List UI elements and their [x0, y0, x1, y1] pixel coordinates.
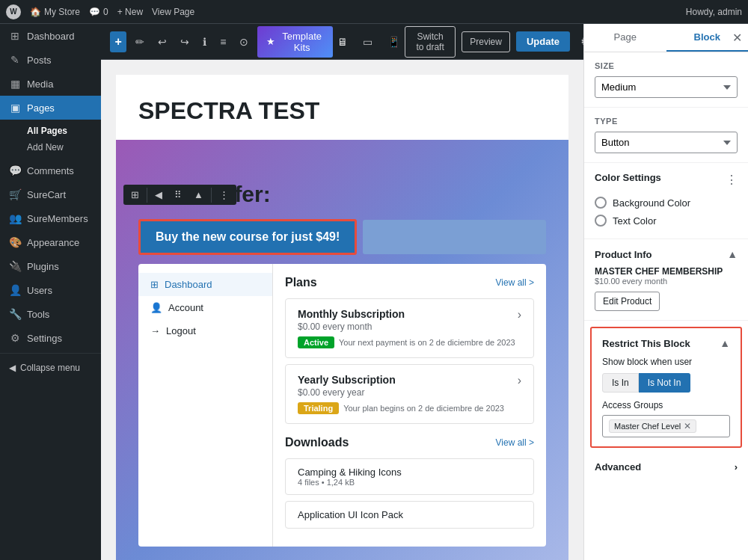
sidebar-item-suremembers[interactable]: 👥 SureMembers	[0, 206, 101, 230]
view-page-link[interactable]: View Page	[152, 7, 194, 17]
restrict-block-section: Restrict This Block ▲ Show block when us…	[590, 327, 742, 448]
sidebar-item-plugins[interactable]: 🔌 Plugins	[0, 254, 101, 278]
dashboard-nav-icon: ⊞	[150, 279, 159, 290]
sidebar-item-posts[interactable]: ✎ Posts	[0, 48, 101, 72]
sidebar-item-users[interactable]: 👤 Users	[0, 278, 101, 302]
dashboard-nav-logout[interactable]: → Logout	[138, 319, 272, 342]
admin-bar-right: Howdy, admin	[686, 7, 742, 17]
sidebar-item-settings[interactable]: ⚙ Settings	[0, 326, 101, 350]
add-new-page-link[interactable]: Add New	[18, 139, 101, 156]
howdy-text: Howdy, admin	[686, 7, 742, 17]
redo-btn[interactable]: ↪	[176, 33, 194, 51]
desktop-view-btn[interactable]: 🖥	[333, 33, 352, 51]
download-item-2: Application UI Icon Pack ›	[285, 501, 534, 529]
update-btn[interactable]: Update	[516, 31, 570, 52]
info-btn[interactable]: ℹ	[198, 33, 211, 51]
comments-icon: 💬	[9, 164, 21, 176]
restrict-block-toggle-btn[interactable]: ▲	[720, 337, 730, 349]
restrict-block-header: Restrict This Block ▲	[602, 337, 730, 349]
appearance-icon: 🎨	[9, 236, 21, 248]
tablet-view-btn[interactable]: ▭	[358, 33, 377, 51]
canvas: SPECTRA TEST ⊞ ◀ ⠿ ▲ ⋮	[101, 60, 583, 560]
plan-details-yearly: Yearly Subscription $0.00 every year Tri…	[298, 374, 504, 414]
sidebar-item-surecart[interactable]: 🛒 SureCart	[0, 182, 101, 206]
gear-settings-btn[interactable]: ⚙	[576, 31, 583, 52]
downloads-header: Downloads View all >	[285, 436, 534, 449]
toggle-btns: Is In Is Not In	[602, 373, 730, 393]
color-settings-title: Color Settings	[595, 172, 661, 183]
download-arrow-1[interactable]: ›	[518, 471, 521, 482]
color-settings-more-btn[interactable]: ⋮	[726, 173, 738, 187]
block-move-up-btn[interactable]: ▲	[189, 186, 208, 203]
add-new-btn[interactable]: + New	[117, 7, 143, 17]
preview-btn[interactable]: Preview	[462, 31, 510, 52]
dashboard-icon: ⊞	[9, 30, 21, 42]
text-color-label: Text Color	[613, 215, 657, 227]
tag-input[interactable]: Master Chef Level ✕	[602, 415, 730, 437]
right-panel-tabs: Page Block ✕	[584, 24, 748, 52]
edit-product-btn[interactable]: Edit Product	[595, 292, 660, 311]
block-move-left-btn[interactable]: ◀	[150, 186, 167, 203]
downloads-view-all[interactable]: View all >	[496, 437, 534, 448]
dashboard-nav-dashboard[interactable]: ⊞ Dashboard	[138, 273, 272, 296]
plan-arrow-yearly[interactable]: ›	[518, 374, 521, 387]
pencil-btn[interactable]: ✏	[131, 33, 149, 51]
bg-color-radio[interactable]	[595, 197, 607, 209]
panel-close-btn[interactable]: ✕	[732, 32, 742, 44]
comment-count[interactable]: 💬 0	[89, 7, 108, 17]
download-meta-1: 4 files • 1,24 kB	[298, 478, 402, 487]
block-more-btn[interactable]: ⋮	[215, 186, 233, 203]
color-settings-section: Color Settings ⋮ Background Color Text C…	[584, 163, 748, 239]
plans-header: Plans View all >	[285, 276, 534, 289]
add-block-btn[interactable]: +	[110, 31, 126, 52]
tab-page[interactable]: Page	[584, 24, 666, 52]
bg-color-label: Background Color	[613, 197, 690, 209]
view-device-btns: 🖥 ▭ 📱	[333, 33, 405, 51]
dashboard-nav-account[interactable]: 👤 Account	[138, 296, 272, 319]
all-pages-link[interactable]: All Pages	[18, 123, 101, 139]
circle-btn[interactable]: ⊙	[235, 33, 253, 51]
store-name[interactable]: 🏠 My Store	[30, 7, 80, 17]
template-kits-btn[interactable]: ★ Template Kits	[257, 26, 332, 58]
switch-draft-btn[interactable]: Switch to draft	[405, 26, 456, 58]
cta-button[interactable]: Buy the new course for just $49!	[138, 219, 357, 255]
logout-nav-icon: →	[150, 325, 160, 336]
sidebar-item-media[interactable]: ▦ Media	[0, 72, 101, 96]
text-color-option: Text Color	[595, 212, 738, 230]
plan-status-yearly: Trialing Your plan begins on 2 de diciem…	[298, 402, 504, 414]
plans-view-all[interactable]: View all >	[496, 277, 534, 288]
wp-logo[interactable]: W	[6, 4, 21, 19]
plan-item-monthly: Monthly Subscription $0.00 every month A…	[285, 298, 534, 358]
type-label: TYPE	[595, 117, 738, 126]
download-arrow-2[interactable]: ›	[518, 509, 521, 520]
advanced-section: Advanced ›	[584, 454, 748, 480]
plan-desc-yearly: Your plan begins on 2 de diciembre de 20…	[343, 404, 504, 413]
plan-price-yearly: $0.00 every year	[298, 387, 504, 398]
type-select[interactable]: Button	[595, 132, 738, 153]
surecart-icon: 🛒	[9, 188, 21, 200]
block-type-btn[interactable]: ⊞	[126, 186, 144, 203]
product-info-toggle-btn[interactable]: ▲	[727, 248, 738, 260]
block-drag-btn[interactable]: ⠿	[170, 186, 186, 203]
sidebar-item-pages[interactable]: ▣ Pages	[0, 96, 101, 120]
media-icon: ▦	[9, 78, 21, 90]
sidebar-item-dashboard[interactable]: ⊞ Dashboard	[0, 24, 101, 48]
sidebar-item-appearance[interactable]: 🎨 Appearance	[0, 230, 101, 254]
collapse-menu-btn[interactable]: ◀ Collapse menu	[0, 357, 101, 379]
tag-remove-btn[interactable]: ✕	[684, 422, 691, 431]
is-in-btn[interactable]: Is In	[602, 373, 639, 393]
plan-arrow-monthly[interactable]: ›	[518, 308, 521, 321]
mobile-view-btn[interactable]: 📱	[383, 33, 405, 51]
plan-item-yearly: Yearly Subscription $0.00 every year Tri…	[285, 364, 534, 424]
is-not-in-btn[interactable]: Is Not In	[639, 373, 691, 393]
show-block-label: Show block when user	[602, 357, 730, 367]
text-color-radio[interactable]	[595, 215, 607, 227]
advanced-title[interactable]: Advanced ›	[595, 461, 738, 473]
size-select[interactable]: Medium	[595, 76, 738, 98]
list-view-btn[interactable]: ≡	[215, 33, 230, 51]
status-active-badge: Active	[298, 336, 334, 348]
sidebar-item-tools[interactable]: 🔧 Tools	[0, 302, 101, 326]
toolbar-divider	[147, 188, 147, 203]
sidebar-item-comments[interactable]: 💬 Comments	[0, 159, 101, 182]
undo-btn[interactable]: ↩	[153, 33, 171, 51]
